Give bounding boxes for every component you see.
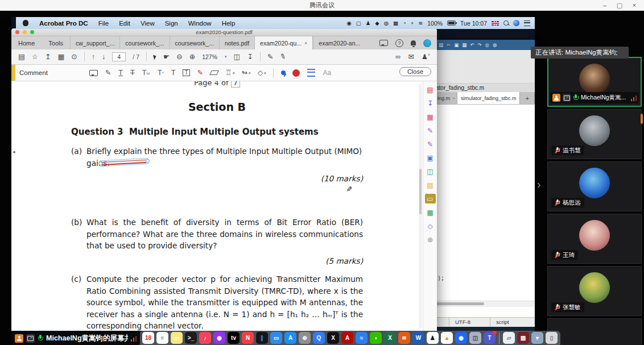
attach-file-icon[interactable]: ↬▾	[242, 69, 250, 77]
previous-page-icon[interactable]: ↑	[92, 53, 95, 61]
doc-tab[interactable]: exam2020-an...	[313, 36, 365, 49]
cut-icon[interactable]: ✂	[447, 43, 451, 48]
notification-center-icon[interactable]	[524, 20, 530, 26]
close-comment-button[interactable]: Close	[399, 67, 431, 76]
dock-vlc-icon[interactable]: ▲	[441, 332, 453, 344]
feedback-icon[interactable]	[379, 40, 388, 46]
vpn-icon[interactable]: ♟	[366, 20, 371, 26]
dock-documents-icon[interactable]: ▱	[503, 332, 515, 344]
combine-files-tool[interactable]: ◫	[425, 167, 436, 176]
menu-sign[interactable]: Sign	[160, 20, 183, 27]
minimize-icon[interactable]: –	[597, 2, 612, 9]
dock-music-icon[interactable]: ♪	[199, 332, 211, 344]
dock-keynote-icon[interactable]: ▭	[270, 332, 282, 344]
editor-tab[interactable]: ing.m×	[434, 92, 457, 104]
request-signatures-tool[interactable]: ✎	[425, 126, 436, 135]
menu-edit[interactable]: Edit	[114, 20, 135, 27]
menu-window[interactable]: Window	[183, 20, 217, 27]
star-icon[interactable]: ☆	[32, 53, 38, 61]
organize-pages-tool[interactable]: ▦	[425, 112, 436, 122]
copy-icon[interactable]: ▣	[454, 43, 459, 48]
dock-word-icon[interactable]: W	[412, 332, 424, 344]
messages-icon[interactable]: ◍	[384, 20, 389, 26]
screen-share-icon[interactable]: ▦	[393, 20, 398, 26]
dock-quicktime-icon[interactable]: Q	[313, 332, 325, 344]
sign-pen-icon[interactable]: ✎	[267, 53, 273, 61]
select-cursor-icon[interactable]	[153, 54, 157, 60]
dock-reminders-icon[interactable]: ≡	[156, 332, 168, 344]
editor-tab-active[interactable]: simulator_fading_stbc.m×	[457, 92, 520, 104]
dock-meeting-icon[interactable]: ◉	[455, 332, 467, 344]
zoom-in-icon[interactable]: ⊕	[189, 53, 195, 61]
notification-icon[interactable]: ◆	[375, 20, 379, 26]
stamp-icon[interactable]: ♖▾	[225, 69, 234, 77]
participant-tile[interactable]: 温书慧	[547, 109, 642, 159]
dock-waves-app-icon[interactable]: ≈	[356, 332, 368, 344]
save-icon[interactable]: ▤	[18, 53, 25, 61]
dock-news-icon[interactable]: N	[242, 332, 254, 344]
dock-matlab-icon[interactable]: ≋	[398, 332, 410, 344]
next-page-icon[interactable]: ↓	[102, 53, 105, 61]
email-icon[interactable]: ✉	[408, 53, 414, 61]
zoom-level-dropdown[interactable]: 127%	[202, 53, 217, 60]
dock-notes-icon[interactable]: ▭	[171, 332, 183, 344]
eraser-icon[interactable]	[210, 70, 218, 75]
annotate-icon[interactable]: ✎	[279, 52, 287, 61]
dock-appletv-icon[interactable]: tv	[228, 332, 240, 344]
strikethrough-text-icon[interactable]: T	[130, 69, 135, 77]
drawing-shapes-icon[interactable]: ◇▾	[258, 69, 266, 77]
dock-downloads-folder-icon[interactable]: ▾	[531, 332, 543, 344]
highlighter-icon[interactable]: ✎	[105, 69, 111, 77]
doc-tab[interactable]: cw_support_...	[70, 36, 119, 49]
menu-help[interactable]: Help	[217, 20, 241, 27]
save-icon[interactable]: ▤	[439, 43, 443, 48]
participants-scrollbar[interactable]	[641, 114, 643, 124]
panel-collapse-chevron-icon[interactable]: ›	[537, 178, 541, 191]
highlight-style-icon[interactable]	[307, 69, 315, 77]
editor-hscrollbar[interactable]	[434, 301, 535, 306]
account-avatar[interactable]	[423, 39, 431, 47]
document-scrollbar[interactable]	[419, 84, 422, 329]
dock-calendar-icon[interactable]: 18	[142, 332, 154, 344]
more-tools[interactable]: ⊛	[425, 235, 436, 244]
text-properties-icon[interactable]: Aa	[323, 69, 331, 76]
zoom-out-icon[interactable]: ⊖	[176, 53, 182, 61]
create-pdf-tool[interactable]: ▤	[425, 85, 436, 94]
keep-tool-pin-icon[interactable]	[281, 69, 286, 77]
tab-close-icon[interactable]: ×	[304, 40, 307, 46]
print-icon[interactable]: ▦	[58, 53, 65, 61]
participant-tile[interactable]: 王琦	[547, 214, 642, 264]
doc-tab[interactable]: coursework_...	[170, 36, 219, 49]
link-icon[interactable]: ∞	[395, 53, 401, 61]
underline-text-icon[interactable]: T	[118, 69, 123, 77]
collapse-pane-icon[interactable]: ◂	[13, 149, 15, 155]
insert-text-icon[interactable]: T^	[158, 69, 164, 77]
menu-file[interactable]: File	[93, 20, 114, 27]
tab-tools[interactable]: Tools	[42, 36, 70, 49]
dock-terminal-icon[interactable]: >_	[185, 332, 197, 344]
replace-text-icon[interactable]: T▭	[142, 69, 150, 77]
dock-remote-desktop-icon[interactable]: ◫	[469, 332, 481, 344]
participant-tile[interactable]: 张慧敏	[547, 266, 642, 316]
spotlight-search-icon[interactable]	[503, 20, 509, 26]
editor-body[interactable]: );	[434, 105, 535, 301]
page-number-input[interactable]	[112, 52, 126, 61]
menu-app[interactable]: Acrobat Pro DC	[34, 20, 93, 27]
dock-trash-icon[interactable]: ▯	[546, 332, 558, 344]
dock-qq-icon[interactable]: ♟	[427, 332, 439, 344]
undo-icon[interactable]: ↶	[470, 43, 474, 48]
protect-tool[interactable]: ◇	[425, 221, 436, 231]
dock-appstore-icon[interactable]: A	[284, 332, 296, 344]
sticky-note-icon[interactable]	[89, 70, 98, 76]
export-pdf-tool[interactable]: ↧	[425, 98, 436, 108]
display-icon[interactable]: ▢	[356, 20, 361, 26]
participant-tile-michaelng[interactable]: MichaelNg黄嵩...	[547, 57, 642, 107]
restore-icon[interactable]: ▢	[612, 2, 627, 9]
edit-pdf-tool[interactable]: ▣	[425, 153, 436, 163]
globe-icon[interactable]: ◔	[403, 20, 406, 26]
comment-tool[interactable]: ▭	[425, 194, 436, 203]
print-production-tool[interactable]: ▦	[425, 207, 436, 217]
input-language-flag-icon[interactable]	[492, 21, 499, 26]
redo-icon[interactable]: ↷	[477, 43, 481, 48]
help-icon[interactable]: ◍	[493, 43, 497, 48]
